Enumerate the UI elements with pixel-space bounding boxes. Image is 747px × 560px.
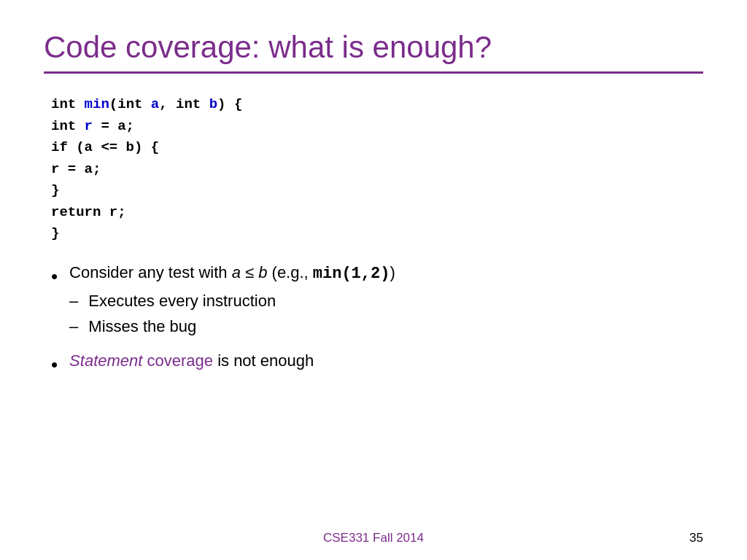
bullet-italic-purple: Statement <box>69 351 142 370</box>
code-keyword: r <box>85 118 93 134</box>
bullet-main-2: Statement coverage is not enough <box>69 350 314 373</box>
bullet-purple-text: coverage <box>142 351 213 370</box>
sub-bullet-item-2: – Misses the bug <box>69 314 395 338</box>
code-line-2: int r = a; <box>51 116 703 137</box>
title-underline <box>44 71 703 74</box>
code-keyword: a <box>151 96 159 112</box>
bullet-text-3: ) <box>390 263 395 281</box>
slide: Code coverage: what is enough? int min(i… <box>0 0 747 560</box>
sub-bullet-list-1: – Executes every instruction – Misses th… <box>69 289 395 340</box>
sub-bullet-text-2: Misses the bug <box>88 314 196 338</box>
code-line-7: } <box>51 223 703 244</box>
code-text: int <box>51 96 85 112</box>
sub-bullet-text-1: Executes every instruction <box>88 289 276 313</box>
sub-bullet-dash-2: – <box>69 314 78 338</box>
bullet-item-2: • Statement coverage is not enough <box>51 350 703 378</box>
bullet-italic-1: a ≤ b <box>232 263 268 281</box>
bullet-normal-text: is not enough <box>213 351 314 370</box>
code-line-5: } <box>51 180 703 201</box>
bullet-list: • Consider any test with a ≤ b (e.g., mi… <box>51 262 703 385</box>
code-line-3: if (a <= b) { <box>51 137 703 158</box>
code-text: , int <box>159 96 209 112</box>
bullet-dot-2: • <box>51 351 58 378</box>
bullet-text-1: Consider any test with <box>69 263 232 281</box>
bullet-main-1: Consider any test with a ≤ b (e.g., min(… <box>69 262 395 286</box>
code-text: = a; <box>93 118 134 134</box>
code-keyword: min <box>85 96 109 112</box>
bullet-text-2: (e.g., <box>267 263 312 281</box>
code-line-6: return r; <box>51 202 703 223</box>
bullet-content-1: Consider any test with a ≤ b (e.g., min(… <box>69 262 395 340</box>
code-keyword: b <box>209 96 217 112</box>
footer-center: CSE331 Fall 2014 <box>44 531 703 545</box>
bullet-code-1: min(1,2) <box>313 265 390 283</box>
sub-bullet-item-1: – Executes every instruction <box>69 289 395 313</box>
bullet-dot-1: • <box>51 263 58 289</box>
code-text: int <box>51 118 85 134</box>
code-block: int min(int a, int b) { int r = a; if (a… <box>51 94 703 244</box>
code-line-4: r = a; <box>51 159 703 180</box>
code-text: if (a <= b) { <box>51 139 159 155</box>
slide-title: Code coverage: what is enough? <box>44 29 703 66</box>
code-line-1: int min(int a, int b) { <box>51 94 703 115</box>
sub-bullet-dash-1: – <box>69 289 78 313</box>
code-text: } <box>51 225 59 241</box>
code-text: r = a; <box>51 161 101 177</box>
code-text: return r; <box>51 204 126 220</box>
code-text: ) { <box>217 96 242 112</box>
footer-page-number: 35 <box>689 531 703 545</box>
bullet-content-2: Statement coverage is not enough <box>69 350 314 373</box>
code-text: } <box>51 182 59 198</box>
footer: CSE331 Fall 2014 35 <box>0 531 747 545</box>
code-text: (int <box>109 96 151 112</box>
bullet-item-1: • Consider any test with a ≤ b (e.g., mi… <box>51 262 703 340</box>
